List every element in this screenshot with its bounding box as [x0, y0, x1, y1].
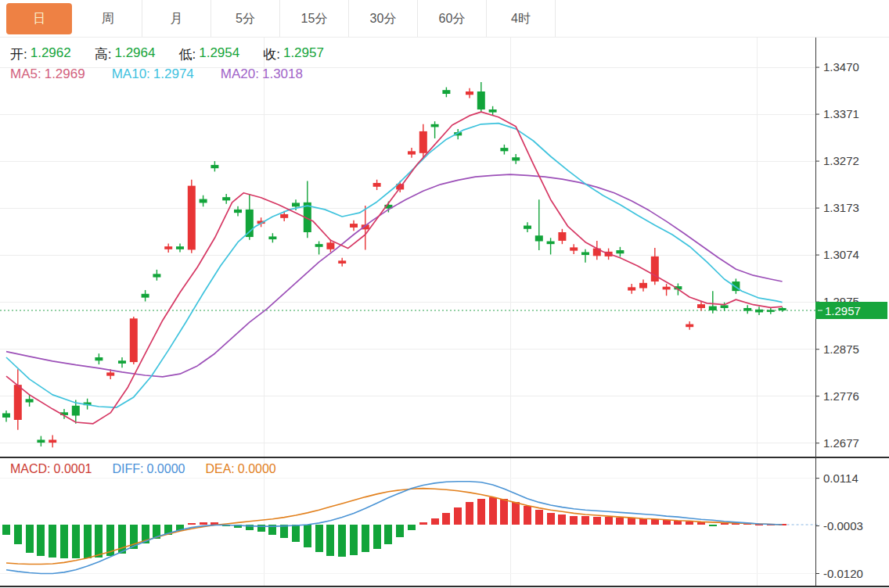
- candle-body: [547, 242, 555, 245]
- price-axis: 1.34701.33711.32721.31731.30741.29751.28…: [815, 60, 863, 579]
- macd-bar: [14, 525, 22, 544]
- candle-body: [373, 183, 381, 187]
- tab-5min[interactable]: 5分: [211, 0, 280, 37]
- low-readout: 低: 1.2954: [178, 45, 239, 63]
- macd-bar: [686, 522, 693, 525]
- ma-readout: MA5: 1.2969 MA10: 1.2974 MA20: 1.3018: [10, 66, 303, 82]
- candle-body: [721, 305, 729, 308]
- candle-body: [512, 157, 520, 160]
- candle-body: [315, 244, 323, 247]
- ma5-readout: MA5: 1.2969: [10, 66, 85, 82]
- candle-body: [431, 124, 439, 127]
- candle-body: [408, 151, 416, 154]
- candle-body: [106, 372, 114, 375]
- candle-body: [697, 304, 705, 308]
- macd-bar: [419, 522, 427, 525]
- candle-body: [26, 399, 34, 402]
- tab-4hour[interactable]: 4时: [487, 0, 556, 37]
- macd-label: MACD:: [10, 462, 51, 476]
- candle-body: [755, 310, 763, 313]
- macd-bar: [396, 525, 404, 537]
- candle-body: [743, 308, 751, 311]
- candle-body: [246, 210, 254, 237]
- close-readout: 收: 1.2957: [263, 45, 324, 63]
- price-tick-label: 1.2776: [823, 389, 859, 403]
- ma5-label: MA5:: [10, 66, 41, 82]
- macd-bar: [547, 513, 555, 525]
- ma10-readout: MA10: 1.2974: [112, 66, 194, 82]
- macd-tick-label: -0.0120: [823, 567, 863, 580]
- gridlines: [0, 38, 815, 586]
- diff-label: DIFF:: [113, 462, 144, 476]
- macd-bar: [651, 519, 659, 525]
- macd-bar: [2, 525, 10, 535]
- macd-bar: [697, 522, 705, 525]
- candle-body: [500, 148, 508, 151]
- macd-bar: [709, 525, 717, 526]
- candle-body: [2, 414, 10, 418]
- tab-30min[interactable]: 30分: [349, 0, 418, 37]
- macd-bar: [616, 518, 624, 525]
- macd-bar: [605, 517, 613, 525]
- macd-bar: [37, 525, 45, 556]
- candle-body: [558, 232, 566, 241]
- candle-body: [570, 247, 578, 250]
- candle-body: [153, 274, 160, 277]
- candle-body: [292, 203, 300, 206]
- candle-body: [188, 186, 196, 250]
- close-value: 1.2957: [283, 45, 324, 63]
- macd-tick-label: 0.0114: [823, 471, 858, 485]
- close-label: 收:: [263, 45, 280, 63]
- macd-bar: [315, 525, 323, 552]
- diff-readout: DIFF: 0.0000: [113, 462, 185, 476]
- high-readout: 高: 1.2964: [95, 45, 156, 63]
- low-label: 低:: [178, 45, 196, 63]
- low-value: 1.2954: [199, 45, 239, 63]
- macd-value: 0.0001: [54, 462, 92, 476]
- ma20-line: [6, 174, 783, 377]
- macd-bar: [500, 499, 508, 525]
- candle-body: [651, 256, 659, 281]
- current-price-tag-value: 1.2957: [825, 304, 861, 317]
- macd-bar: [26, 525, 34, 553]
- price-tick-label: 1.3074: [823, 248, 859, 261]
- candle-body: [326, 242, 334, 249]
- macd-bar: [60, 525, 68, 558]
- candle-body: [709, 307, 717, 310]
- macd-bar: [84, 525, 92, 558]
- chart-canvas[interactable]: 1.34701.33711.32721.31731.30741.29751.28…: [0, 0, 889, 588]
- candle-body: [628, 287, 635, 290]
- candle-body: [419, 131, 427, 153]
- macd-bar: [280, 525, 288, 538]
- candle-body: [200, 199, 207, 203]
- diff-value: 0.0000: [147, 462, 185, 476]
- tab-15min[interactable]: 15分: [280, 0, 349, 37]
- candle-body: [350, 224, 358, 228]
- tab-month[interactable]: 月: [142, 0, 211, 37]
- open-label: 开:: [10, 45, 27, 63]
- tab-day[interactable]: 日: [6, 3, 72, 34]
- price-tick-label: 1.3470: [823, 60, 859, 74]
- candle-body: [49, 439, 56, 443]
- dea-value: 0.0000: [238, 462, 276, 476]
- candle-body: [211, 165, 218, 168]
- macd-value-readout: MACD: 0.0001: [10, 462, 92, 476]
- macd-bar: [362, 525, 369, 552]
- macd-bar: [200, 522, 207, 525]
- tab-week[interactable]: 周: [74, 0, 142, 37]
- macd-bar: [326, 525, 334, 556]
- candle-body: [686, 324, 693, 328]
- macd-bar: [350, 525, 358, 555]
- macd-bar: [384, 525, 392, 544]
- macd-bar: [570, 516, 578, 525]
- candle-body: [639, 283, 647, 289]
- tab-60min[interactable]: 60分: [418, 0, 487, 37]
- ma20-readout: MA20: 1.3018: [221, 66, 303, 82]
- ma20-value: 1.3018: [262, 66, 303, 82]
- candle-body: [164, 246, 172, 249]
- candle-body: [524, 226, 531, 229]
- macd-bar: [72, 525, 80, 558]
- high-label: 高:: [95, 45, 112, 63]
- macd-bar: [558, 514, 566, 525]
- macd-bar: [454, 507, 462, 525]
